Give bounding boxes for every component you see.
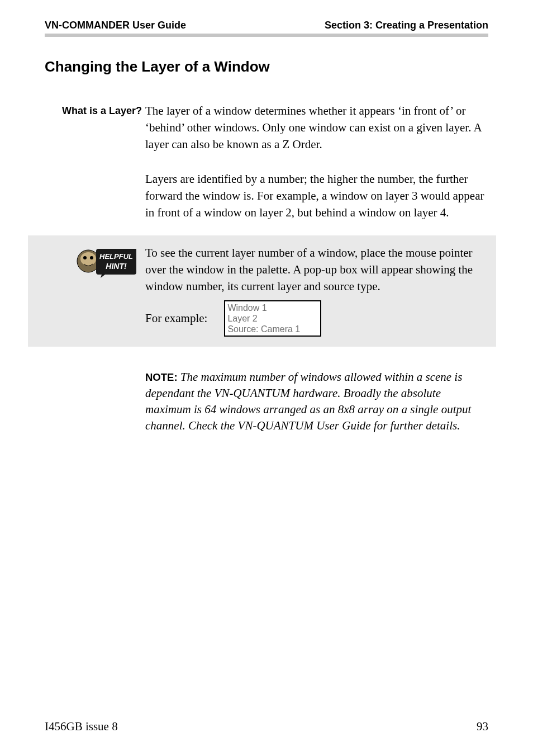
tooltip-box: Window 1 Layer 2 Source: Camera 1 bbox=[224, 300, 321, 337]
page-title: Changing the Layer of a Window bbox=[45, 58, 488, 75]
helpful-hint-block: HELPFUL HINT! To see the current layer n… bbox=[28, 235, 496, 347]
hint-label-bottom: HINT! bbox=[106, 262, 127, 271]
note-paragraph: NOTE: The maximum number of windows allo… bbox=[145, 369, 488, 434]
helpful-hint-icon: HELPFUL HINT! bbox=[76, 244, 137, 278]
page-footer: I456GB issue 8 93 bbox=[45, 720, 488, 734]
side-label-what-is-a-layer: What is a Layer? bbox=[45, 102, 145, 119]
header-left: VN-COMMANDER User Guide bbox=[45, 20, 186, 31]
body-column: Layers are identified by a number; the h… bbox=[145, 171, 488, 221]
note-column: NOTE: The maximum number of windows allo… bbox=[145, 369, 488, 434]
note-text: The maximum number of windows allowed wi… bbox=[145, 370, 471, 432]
definition-body: The layer of a window determines whether… bbox=[145, 102, 488, 167]
footer-left: I456GB issue 8 bbox=[45, 720, 118, 734]
definition-row: What is a Layer? The layer of a window d… bbox=[45, 102, 488, 167]
tooltip-line-source: Source: Camera 1 bbox=[227, 324, 317, 334]
header-right: Section 3: Creating a Presentation bbox=[325, 20, 488, 31]
footer-page-number: 93 bbox=[477, 720, 488, 734]
tooltip-line-window: Window 1 bbox=[227, 303, 317, 313]
hint-body: To see the current layer number of a win… bbox=[145, 244, 496, 337]
hint-text: To see the current layer number of a win… bbox=[145, 244, 487, 295]
paragraph-definition: The layer of a window determines whether… bbox=[145, 102, 488, 153]
header-rule bbox=[45, 34, 488, 37]
paragraph-layers-explained: Layers are identified by a number; the h… bbox=[145, 171, 488, 221]
hint-example-row: For example: Window 1 Layer 2 Source: Ca… bbox=[145, 300, 487, 337]
tooltip-line-layer: Layer 2 bbox=[227, 313, 317, 324]
hint-icon-wrap: HELPFUL HINT! bbox=[28, 244, 145, 278]
page-header: VN-COMMANDER User Guide Section 3: Creat… bbox=[45, 20, 488, 34]
page: VN-COMMANDER User Guide Section 3: Creat… bbox=[0, 0, 533, 756]
svg-point-2 bbox=[83, 256, 87, 259]
hint-label-top: HELPFUL bbox=[99, 252, 133, 261]
hint-example-label: For example: bbox=[145, 311, 207, 325]
svg-point-3 bbox=[90, 256, 93, 259]
note-label: NOTE: bbox=[145, 371, 178, 383]
svg-point-1 bbox=[80, 252, 96, 266]
